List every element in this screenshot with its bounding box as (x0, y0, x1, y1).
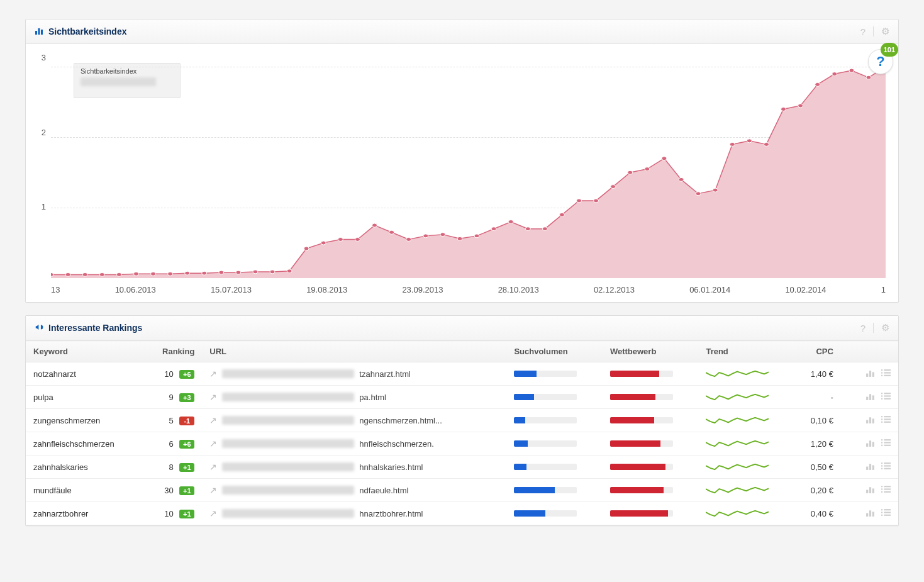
svg-rect-69 (881, 398, 882, 400)
cell-url[interactable]: ↗tzahnarzt.html (202, 362, 506, 386)
sparkline (706, 485, 769, 495)
list-action-icon[interactable] (881, 462, 891, 473)
svg-point-48 (815, 82, 820, 86)
svg-rect-71 (866, 420, 868, 423)
col-cpc[interactable]: CPC (794, 341, 841, 362)
cell-keyword[interactable]: zahnhalskaries (26, 456, 144, 479)
cell-actions (841, 479, 898, 502)
cell-keyword[interactable]: zahnarztbohrer (26, 502, 144, 525)
list-action-icon[interactable] (881, 369, 891, 379)
cell-url[interactable]: ↗pa.html (202, 386, 506, 409)
chart-action-icon[interactable] (866, 485, 875, 496)
col-keyword[interactable]: Keyword (26, 341, 144, 362)
rank-delta-badge: +1 (179, 486, 194, 495)
url-suffix: pa.html (359, 393, 386, 402)
sparkline (706, 462, 769, 472)
cell-trend (698, 362, 794, 386)
bar-chart-icon (35, 26, 43, 37)
svg-point-14 (236, 271, 241, 274)
chart-action-icon[interactable] (866, 415, 875, 426)
svg-point-49 (832, 72, 837, 76)
chart-action-icon[interactable] (866, 508, 875, 519)
cell-volume (506, 479, 603, 502)
svg-point-16 (270, 270, 275, 274)
svg-point-29 (491, 227, 496, 231)
table-row: notzahnarzt10 +6↗tzahnarzt.html1,40 € (26, 362, 898, 386)
cell-keyword[interactable]: zungenschmerzen (26, 409, 144, 432)
external-link-icon[interactable]: ↗ (209, 392, 217, 402)
svg-rect-87 (881, 445, 882, 446)
cell-keyword[interactable]: zahnfleischschmerzen (26, 432, 144, 456)
svg-rect-88 (884, 445, 891, 446)
cell-trend (698, 386, 794, 409)
x-tick: 23.09.2013 (402, 285, 443, 294)
list-action-icon[interactable] (881, 415, 891, 426)
cell-volume (506, 362, 603, 386)
col-trend[interactable]: Trend (698, 341, 794, 362)
gear-icon[interactable]: ⚙ (881, 322, 889, 333)
external-link-icon[interactable]: ↗ (209, 462, 217, 472)
svg-point-10 (168, 272, 173, 276)
url-domain-blurred (222, 393, 354, 401)
visibility-index-panel: Sichtbarkeitsindex ? ⚙ 101 ? Sichtbarkei… (25, 19, 899, 303)
svg-point-44 (747, 139, 752, 143)
cell-ranking: 6 +6 (144, 432, 203, 456)
list-action-icon[interactable] (881, 392, 891, 403)
cell-url[interactable]: ↗hnfleischschmerzen. (202, 432, 506, 456)
cell-url[interactable]: ↗hnhalskaries.html (202, 456, 506, 479)
svg-point-5 (82, 272, 87, 276)
col-competition[interactable]: Wettbewerb (603, 341, 699, 362)
svg-rect-74 (881, 416, 882, 417)
cell-keyword[interactable]: pulpa (26, 386, 144, 409)
svg-rect-57 (884, 369, 891, 371)
svg-point-36 (611, 185, 616, 189)
col-url[interactable]: URL (202, 341, 506, 362)
svg-rect-63 (869, 394, 871, 400)
help-icon[interactable]: ? (860, 323, 866, 333)
external-link-icon[interactable]: ↗ (209, 508, 217, 518)
svg-rect-95 (884, 465, 891, 466)
cell-competition (603, 456, 699, 479)
url-domain-blurred (222, 462, 354, 471)
svg-rect-73 (872, 418, 874, 423)
external-link-icon[interactable]: ↗ (209, 485, 217, 495)
svg-rect-93 (884, 462, 891, 464)
chart-action-icon[interactable] (866, 392, 875, 403)
svg-rect-97 (884, 468, 891, 469)
panel-header: Interessante Rankings ? ⚙ (26, 316, 898, 340)
cell-url[interactable]: ↗ngenschmerzen.html... (202, 409, 506, 432)
cell-url[interactable]: ↗ndfaeule.html (202, 479, 506, 502)
external-link-icon[interactable]: ↗ (209, 415, 217, 425)
svg-point-33 (559, 213, 564, 216)
help-icon[interactable]: ? (860, 26, 866, 37)
cell-competition (603, 409, 699, 432)
svg-rect-56 (881, 369, 882, 371)
svg-rect-86 (884, 442, 891, 443)
chart-action-icon[interactable] (866, 439, 875, 449)
svg-rect-103 (881, 488, 882, 490)
col-volume[interactable]: Suchvolumen (506, 341, 603, 362)
cell-cpc: 1,40 € (794, 362, 841, 386)
svg-rect-0 (35, 31, 37, 35)
chart-action-icon[interactable] (866, 462, 875, 473)
rank-delta-badge: +1 (179, 463, 194, 472)
url-suffix: hnhalskaries.html (359, 462, 423, 472)
svg-rect-68 (884, 395, 891, 396)
cell-url[interactable]: ↗hnarztbohrer.html (202, 502, 506, 525)
list-action-icon[interactable] (881, 485, 891, 496)
list-action-icon[interactable] (881, 508, 891, 519)
notification-count-badge[interactable]: 101 (881, 43, 898, 57)
chart-action-icon[interactable] (866, 369, 875, 379)
svg-rect-105 (881, 491, 882, 493)
cell-keyword[interactable]: notzahnarzt (26, 362, 144, 386)
external-link-icon[interactable]: ↗ (209, 439, 217, 449)
col-ranking[interactable]: Ranking (144, 341, 203, 362)
cell-keyword[interactable]: mundfäule (26, 479, 144, 502)
gear-icon[interactable]: ⚙ (881, 26, 889, 37)
external-link-icon[interactable]: ↗ (209, 369, 217, 379)
y-tick: 3 (42, 53, 46, 62)
svg-rect-1 (38, 28, 40, 35)
list-action-icon[interactable] (881, 439, 891, 449)
svg-point-13 (219, 271, 224, 274)
cell-cpc: 1,20 € (794, 432, 841, 456)
